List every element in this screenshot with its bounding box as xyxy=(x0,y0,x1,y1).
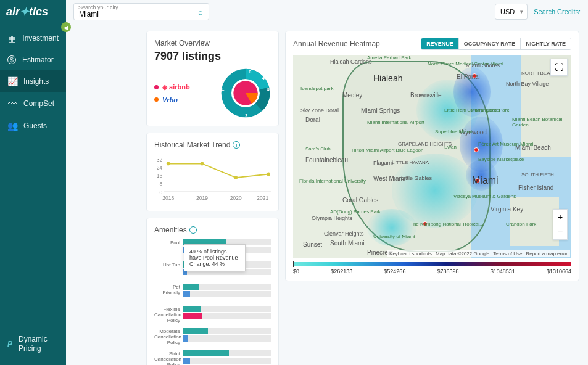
donut-chart: 0 1 2 3 4 xyxy=(220,68,271,118)
map-label: Flagami xyxy=(373,160,393,166)
map-poi: Swan xyxy=(444,144,457,150)
amenity-row-strict: Strict Cancellation Policy xyxy=(154,350,271,365)
airbnb-logo: ◈ airbnb xyxy=(162,83,190,91)
map-poi: Miami Beach Botanical Garden xyxy=(512,117,571,128)
map-label: North Bay Village xyxy=(506,81,549,87)
collapse-sidebar-button[interactable]: ◀ xyxy=(61,22,71,32)
nav-dynamic-pricing[interactable]: P Dynamic Pricing xyxy=(0,329,66,365)
donut-label: 4 xyxy=(262,75,265,81)
tab-revenue[interactable]: REVENUE xyxy=(421,38,458,49)
amenity-row-pet: Pet Friendly xyxy=(154,284,271,300)
nav-guests[interactable]: 👥Guests xyxy=(0,115,66,137)
chart-icon: 〰 xyxy=(7,99,17,109)
map-label: Fountainebleau xyxy=(305,157,348,163)
heatmap-gradient xyxy=(293,262,571,266)
svg-text:2018: 2018 xyxy=(162,195,174,201)
map-poi: Amelia Earhart Park xyxy=(367,55,412,60)
tab-nightly[interactable]: NIGHTLY RATE xyxy=(520,38,571,49)
zoom-in-button[interactable]: + xyxy=(553,210,568,224)
currency-select[interactable]: USD xyxy=(495,4,528,20)
y-tick: 32 xyxy=(157,157,163,163)
svg-text:2020: 2020 xyxy=(230,195,242,201)
svg-point-11 xyxy=(234,176,238,179)
search-credits-link[interactable]: Search Credits: xyxy=(534,8,581,15)
info-icon[interactable]: i xyxy=(233,141,240,149)
map-label: Olympia Heights xyxy=(312,215,352,221)
map-attr-link[interactable]: Keyboard shortcuts xyxy=(389,251,432,256)
info-icon[interactable]: i xyxy=(189,226,197,234)
card-title: Amenities i xyxy=(154,226,271,234)
svg-text:24: 24 xyxy=(157,165,163,171)
map-poi: Vizcaya Museum & Gardens xyxy=(453,194,516,199)
donut-label: 3 xyxy=(267,86,270,92)
map-poi: Ioandepot park xyxy=(300,86,333,91)
map-attr-link[interactable]: Terms of Use xyxy=(493,251,522,256)
map-poi: Hilton Miami Airport Blue Lagoon xyxy=(352,147,424,153)
card-title: Historical Market Trend i xyxy=(154,141,271,149)
map-attr-link[interactable]: Report a map error xyxy=(526,251,568,256)
nav-label: Guests xyxy=(23,121,47,130)
map-poi: Superblue Miami xyxy=(435,129,472,134)
gradient-tick: $0 xyxy=(293,268,299,274)
gradient-tick: $1048531 xyxy=(491,268,515,274)
dashboard-icon: ▦ xyxy=(7,33,16,43)
donut-label: 0 xyxy=(249,69,251,75)
map-poi: Pérez Art Museum Miami xyxy=(478,141,533,147)
map-label: SOUTH FIFTH xyxy=(521,172,554,178)
nav-label: CompSet xyxy=(23,99,54,108)
map-poi: Miami International Airport xyxy=(367,120,424,125)
left-column: Market Overview 7907 listings ◈ airbnb V… xyxy=(146,31,279,365)
nav-label: Dynamic Pricing xyxy=(19,335,59,353)
nav-compset[interactable]: 〰CompSet xyxy=(0,92,66,115)
gradient-tick: $1310664 xyxy=(547,268,571,274)
amenity-row-moderate: Moderate Cancellation Policy xyxy=(154,328,271,344)
search-wrap: Search your city ⌕ xyxy=(73,3,209,20)
map-poi: Sam's Club xyxy=(305,146,331,152)
legend-vrbo: Vrbo xyxy=(154,96,190,104)
card-title: Market Overview xyxy=(154,39,271,47)
amenity-label: Pet Friendly xyxy=(154,284,183,296)
right-column: Annual Revenue Heatmap REVENUE OCCUPANCY… xyxy=(285,31,579,281)
map-attribution: Keyboard shortcuts Map data ©2022 Google… xyxy=(387,250,570,257)
listings-count: 7907 listings xyxy=(154,50,271,63)
svg-point-9 xyxy=(167,162,170,166)
map-label: Miami xyxy=(472,175,499,186)
users-icon: 👥 xyxy=(7,121,17,131)
nav-investment[interactable]: ▦Investment xyxy=(0,27,66,49)
nav-label: Investment xyxy=(22,34,59,43)
search-label: Search your city xyxy=(78,4,118,10)
map-label: Glenvar Heights xyxy=(324,231,364,237)
amenity-label: Hot Tub xyxy=(154,261,183,268)
nav-label: Insights xyxy=(23,77,49,86)
nav-insights[interactable]: 📈Insights xyxy=(0,70,66,92)
gradient-labels: $0 $262133 $524266 $786398 $1048531 $131… xyxy=(293,268,571,274)
svg-text:0: 0 xyxy=(159,189,162,195)
search-icon: ⌕ xyxy=(198,7,203,17)
nav-estimator[interactable]: $Estimator xyxy=(0,49,66,70)
logo[interactable]: air✦tics xyxy=(0,0,66,27)
map-label: Sky Zone Doral xyxy=(300,107,339,113)
map-label: Coral Gables xyxy=(342,197,378,203)
map-label: El Portal xyxy=(457,73,480,80)
map-label: Doral xyxy=(305,117,320,123)
map-poi: Bayside Marketplace xyxy=(478,157,524,162)
map-label: Sunset xyxy=(303,241,322,248)
nav: ▦Investment $Estimator 📈Insights 〰CompSe… xyxy=(0,27,66,329)
heatmap-tabs: REVENUE OCCUPANCY RATE NIGHTLY RATE xyxy=(421,38,571,50)
content: Market Overview 7907 listings ◈ airbnb V… xyxy=(66,31,588,365)
amenity-tooltip: 49 % of listings have Pool Revenue Chang… xyxy=(184,244,246,271)
map-label: Brownsville xyxy=(410,92,442,99)
market-overview-card: Market Overview 7907 listings ◈ airbnb V… xyxy=(146,31,279,126)
zoom-control: + − xyxy=(553,209,568,240)
fullscreen-button[interactable]: ⛶ xyxy=(550,59,568,76)
amenities-card: Amenities i Pool Hot Tub Pet Friendly Fl… xyxy=(146,218,279,365)
tab-occupancy[interactable]: OCCUPANCY RATE xyxy=(458,38,521,49)
sidebar: air✦tics ▦Investment $Estimator 📈Insight… xyxy=(0,0,66,365)
svg-text:2019: 2019 xyxy=(196,195,208,201)
gradient-tick: $262133 xyxy=(331,268,352,274)
svg-text:2021: 2021 xyxy=(257,195,268,201)
zoom-out-button[interactable]: − xyxy=(553,224,568,239)
map-poi: Florida International University xyxy=(299,178,366,184)
map-view[interactable]: Hialeah Miami Miami Beach Doral Medley B… xyxy=(293,55,571,258)
search-button[interactable]: ⌕ xyxy=(191,3,209,20)
